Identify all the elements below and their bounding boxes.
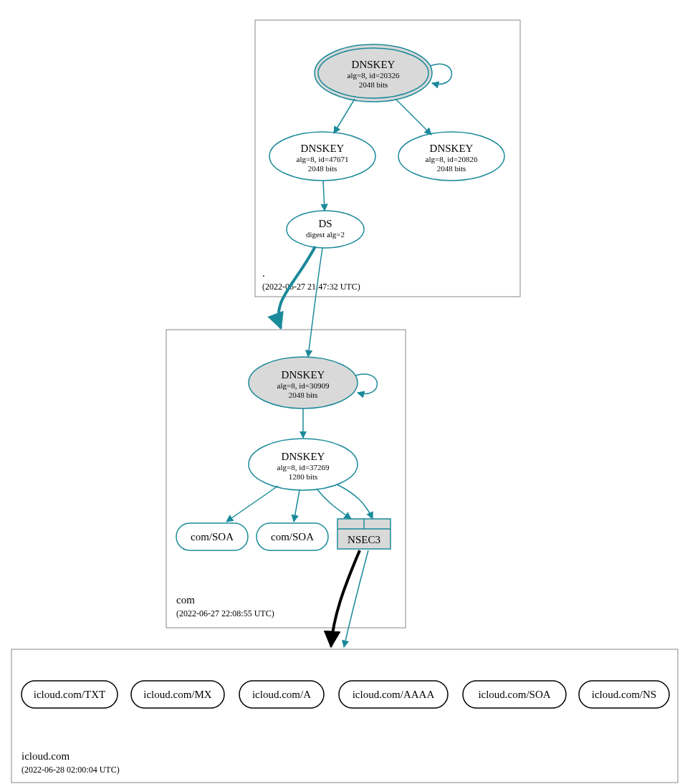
zone-icloud-label: icloud.com (21, 750, 70, 762)
node-com-soa-2: com/SOA (257, 523, 328, 550)
com-zsk-line2: 1280 bits (289, 472, 318, 481)
root-ds-title: DS (318, 218, 332, 229)
icloud-txt-label: icloud.com/TXT (34, 689, 105, 700)
edge-root-ksk-to-zsk-right (396, 99, 431, 135)
icloud-soa-label: icloud.com/SOA (478, 689, 550, 700)
com-ksk-title: DNSKEY (282, 369, 325, 381)
node-icloud-a: icloud.com/A (239, 681, 324, 708)
node-root-zsk-left: DNSKEY alg=8, id=47671 2048 bits (269, 132, 375, 181)
icloud-aaaa-label: icloud.com/AAAA (353, 689, 435, 700)
svg-rect-14 (11, 649, 678, 783)
node-root-ds: DS digest alg=2 (287, 211, 364, 248)
root-zsk-left-line1: alg=8, id=47671 (297, 155, 349, 163)
node-icloud-soa: icloud.com/SOA (463, 681, 566, 708)
zone-icloud-time: (2022-06-28 02:00:04 UTC) (21, 765, 120, 775)
root-zsk-left-line2: 2048 bits (308, 164, 337, 173)
node-icloud-txt: icloud.com/TXT (21, 681, 118, 708)
zone-root-time: (2022-06-27 21:47:32 UTC) (262, 282, 360, 292)
edge-com-zsk-to-nsec3-b (337, 484, 373, 519)
zone-com-label: com (176, 594, 195, 606)
node-root-ksk: DNSKEY alg=8, id=20326 2048 bits (315, 44, 432, 102)
root-zsk-left-title: DNSKEY (301, 143, 345, 154)
root-zsk-right-title: DNSKEY (430, 143, 474, 154)
node-com-zsk: DNSKEY alg=8, id=37269 1280 bits (249, 439, 358, 490)
node-root-zsk-right: DNSKEY alg=8, id=20826 2048 bits (398, 132, 504, 181)
com-ksk-line1: alg=8, id=30909 (277, 381, 330, 390)
icloud-a-label: icloud.com/A (252, 689, 311, 700)
com-zsk-line1: alg=8, id=37269 (277, 463, 330, 472)
zone-icloud: icloud.com/TXT icloud.com/MX icloud.com/… (11, 649, 678, 783)
com-ksk-line2: 2048 bits (289, 391, 318, 399)
edge-com-ksk-selfloop (355, 374, 377, 393)
node-com-soa-1: com/SOA (176, 523, 248, 550)
icloud-mx-label: icloud.com/MX (143, 689, 212, 700)
node-com-ksk: DNSKEY alg=8, id=30909 2048 bits (249, 357, 358, 408)
zone-root: DNSKEY alg=8, id=20326 2048 bits DNSKEY … (255, 20, 520, 297)
edge-root-ksk-selfloop (430, 64, 451, 84)
zone-root-label: . (262, 267, 265, 279)
node-icloud-mx: icloud.com/MX (131, 681, 224, 708)
root-zsk-right-line1: alg=8, id=20826 (426, 155, 478, 163)
root-ksk-line1: alg=8, id=20326 (348, 71, 400, 80)
com-soa-2-label: com/SOA (271, 531, 314, 542)
node-icloud-ns: icloud.com/NS (579, 681, 669, 708)
svg-point-5 (287, 211, 364, 248)
root-ksk-title: DNSKEY (352, 59, 396, 70)
edge-root-ksk-to-zsk-left (334, 99, 355, 133)
edge-root-zsk-to-ds (323, 181, 325, 211)
edge-root-ds-to-com-ksk (308, 248, 322, 357)
com-soa-1-label: com/SOA (191, 531, 234, 542)
root-zsk-right-line2: 2048 bits (437, 164, 466, 173)
node-com-nsec3: NSEC3 (337, 519, 390, 549)
icloud-ns-label: icloud.com/NS (592, 689, 656, 700)
edge-com-zsk-to-soa2 (294, 490, 300, 522)
com-zsk-title: DNSKEY (282, 451, 325, 462)
com-nsec3-label: NSEC3 (348, 534, 380, 545)
edge-com-zsk-to-soa1 (226, 486, 278, 522)
root-ksk-line2: 2048 bits (359, 80, 388, 89)
zone-com-time: (2022-06-27 22:08:55 UTC) (176, 608, 274, 618)
node-icloud-aaaa: icloud.com/AAAA (339, 681, 448, 708)
edge-com-nsec3-to-icloud (344, 550, 368, 647)
edge-com-zsk-to-nsec3-a (317, 489, 351, 519)
zone-com: DNSKEY alg=8, id=30909 2048 bits DNSKEY … (166, 330, 406, 628)
root-ds-line1: digest alg=2 (306, 230, 345, 239)
